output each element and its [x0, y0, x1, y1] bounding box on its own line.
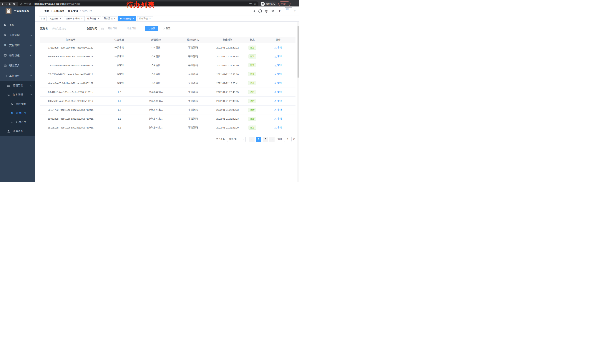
approve-link[interactable]: 审批 [274, 126, 282, 129]
close-icon[interactable]: × [59, 17, 61, 20]
chevron-down-icon [30, 55, 32, 57]
scrollbar[interactable] [297, 22, 299, 182]
approve-link[interactable]: 审批 [274, 64, 282, 67]
avatar[interactable] [285, 8, 292, 15]
caret-down-icon[interactable]: ▼ [294, 10, 296, 12]
github-icon[interactable] [258, 9, 262, 13]
breadcrumb-task-mgmt[interactable]: 任务管理 [68, 9, 78, 13]
approve-link[interactable]: 审批 [274, 90, 282, 94]
tab[interactable]: 发起流程 × [48, 16, 63, 21]
tab[interactable]: 流程表单-编辑 × [64, 16, 85, 21]
not-secure-warning-icon[interactable] [20, 2, 23, 5]
column-header: 操作 [261, 37, 295, 43]
url-bar[interactable]: 不安全 dashboard.yudao.iocoder.cn/bpm/task/… [18, 1, 258, 6]
svg-text:¥: ¥ [4, 44, 6, 47]
approve-link[interactable]: 审批 [274, 73, 282, 76]
starter-cell: 芋道源码 [174, 123, 212, 132]
sidebar-item-todo-tasks[interactable]: 待办任务 [0, 108, 35, 118]
reload-icon[interactable] [9, 2, 12, 5]
column-header: 创建时间 [212, 37, 243, 43]
close-icon[interactable]: × [97, 17, 100, 20]
edit-icon [274, 118, 277, 120]
process-cell: OA 请假 [137, 70, 174, 79]
sidebar-item-leave-query[interactable]: 请假查询 [0, 127, 35, 136]
task-id-cell: 58154733-7ac8-11ec-a9e2-a2380e71991a [40, 105, 101, 114]
bookmark-star-icon[interactable]: ☆ [254, 2, 256, 5]
approve-link[interactable]: 审批 [274, 81, 282, 85]
reset-button[interactable]: 重置 [160, 26, 173, 31]
tab[interactable]: 流程详情 × [137, 16, 153, 21]
task-id-cell: 75d72608-7b7f-11ec-a3c8-acde48001122 [40, 70, 101, 79]
page-number-button[interactable]: 1 [256, 137, 261, 142]
sidebar-item-workflow[interactable]: 工作流程 [0, 71, 35, 81]
sidebar-item-my-process[interactable]: 我的流程 [0, 99, 35, 108]
status-badge: 激活 [248, 90, 256, 94]
breadcrumb-home[interactable]: 首页 [44, 9, 50, 13]
gear-icon [4, 33, 7, 37]
update-button[interactable]: 更新 ⋮ [278, 1, 291, 6]
next-page-button[interactable]: › [269, 137, 274, 142]
sidebar-item-home[interactable]: 首页 [0, 20, 35, 30]
sidebar-item-done-tasks[interactable]: 已办任务 [0, 118, 35, 127]
select-chevron-icon [242, 138, 244, 140]
forward-icon[interactable] [5, 2, 8, 5]
process-name-input[interactable] [50, 26, 83, 31]
approve-link[interactable]: 审批 [274, 108, 282, 112]
key-icon[interactable] [249, 2, 252, 6]
sidebar-item-system[interactable]: 系统管理 [0, 30, 35, 40]
pagination: 共 16 条 10条/页 ‹ 1 2 › 前往 页 [40, 137, 295, 142]
table-row: 8f059c03-7ac8-11ec-a9e2-a2380e71991a 1.1… [40, 97, 295, 105]
incognito-label: 无痕模式 [266, 2, 275, 5]
date-range-input[interactable]: 开始日期 - 结束日期 [99, 26, 142, 31]
breadcrumb-workflow[interactable]: 工作流程 [54, 9, 64, 13]
approve-link[interactable]: 审批 [274, 46, 282, 49]
close-icon[interactable]: × [81, 17, 83, 20]
app-title: 芋道管理系统 [14, 9, 29, 13]
back-icon[interactable] [1, 2, 4, 5]
task-name-cell: 1.1 [101, 114, 137, 123]
table-row: a6aba0a4-7b6d-11ec-b781-acde48001122 一级审… [40, 79, 295, 88]
start-date-placeholder[interactable]: 开始日期 [104, 27, 121, 30]
font-size-icon[interactable]: TT [277, 9, 281, 13]
filter-form: 流程名 创建时间 开始日期 - 结束日期 搜索 重置 [40, 26, 295, 31]
prev-page-button[interactable]: ‹ [249, 137, 255, 142]
close-icon[interactable]: × [114, 17, 116, 20]
refresh-icon [163, 27, 165, 30]
home-icon[interactable] [12, 2, 15, 5]
create-time-cell: 2022-01-22 21:48:48 [212, 52, 243, 61]
approve-link[interactable]: 审批 [274, 99, 282, 103]
face-icon [11, 102, 14, 105]
edit-icon [274, 73, 277, 75]
end-date-placeholder[interactable]: 结束日期 [123, 27, 141, 30]
tab[interactable]: 待办任务 × [118, 16, 136, 21]
tab[interactable]: 我的流程 × [102, 16, 118, 21]
column-header: 状态 [243, 37, 261, 43]
close-icon[interactable]: × [149, 17, 151, 20]
search-icon[interactable] [252, 9, 256, 13]
page-size-select[interactable]: 10条/页 [227, 137, 246, 142]
table-header-row: 任务编号任务名称所属流程流程发起人创建时间状态操作 [40, 37, 295, 43]
fullscreen-icon[interactable] [271, 9, 274, 13]
goto-page-input[interactable] [284, 137, 291, 142]
approve-link[interactable]: 审批 [274, 55, 282, 58]
task-id-cell: a6aba0a4-7b6d-11ec-b781-acde48001122 [40, 79, 101, 88]
sidebar-item-task-mgmt[interactable]: 任务管理 [0, 90, 35, 99]
page-number-button[interactable]: 2 [263, 137, 268, 142]
tab[interactable]: 已办任务 × [86, 16, 101, 21]
search-button[interactable]: 搜索 [145, 26, 158, 31]
scrollbar-thumb[interactable] [298, 26, 299, 78]
sidebar-item-devtools[interactable]: 研发工具 [0, 61, 35, 71]
sidebar-item-process-mgmt[interactable]: 流程管理 [0, 81, 35, 90]
close-icon[interactable]: × [133, 17, 135, 20]
status-badge: 激活 [248, 117, 256, 121]
collapse-sidebar-icon[interactable] [38, 9, 41, 13]
starter-cell: 芋道源码 [174, 79, 212, 88]
status-badge: 激活 [248, 72, 256, 76]
sidebar-item-infra[interactable]: 基础设施 [0, 50, 35, 61]
sidebar-item-payment[interactable]: ¥ 支付管理 [0, 40, 35, 50]
task-id-cell: 725a1eb6-7b88-11ec-8ef0-acde48001122 [40, 61, 101, 70]
tab[interactable]: 首页 [39, 16, 47, 21]
approve-link[interactable]: 审批 [274, 117, 282, 120]
browser-menu-icon[interactable]: ⋮ [287, 3, 289, 5]
help-icon[interactable]: ? [265, 9, 268, 13]
